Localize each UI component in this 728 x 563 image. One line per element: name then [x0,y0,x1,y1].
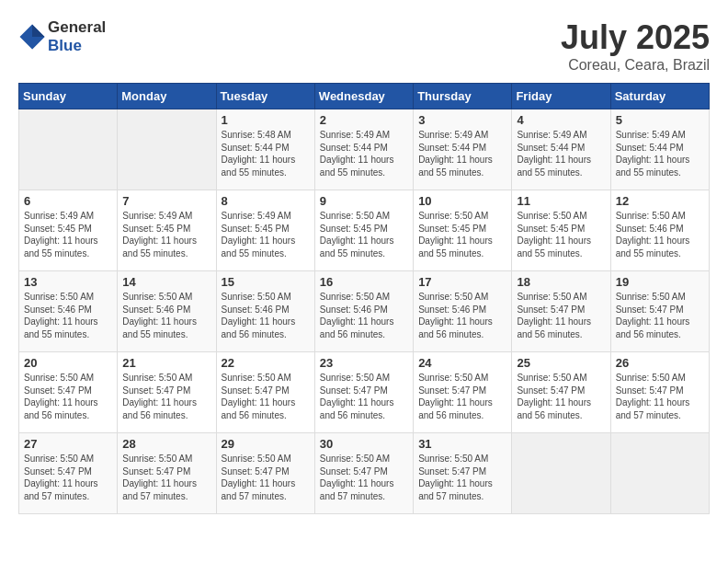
calendar-day-cell: 24Sunrise: 5:50 AMSunset: 5:47 PMDayligh… [414,352,512,433]
location-title: Coreau, Ceara, Brazil [561,57,710,74]
day-number: 6 [24,194,112,208]
day-info: Sunrise: 5:50 AMSunset: 5:46 PMDaylight:… [320,291,408,340]
day-info: Sunrise: 5:50 AMSunset: 5:47 PMDaylight:… [122,372,210,421]
calendar-day-cell: 15Sunrise: 5:50 AMSunset: 5:46 PMDayligh… [216,271,314,352]
calendar-day-cell: 9Sunrise: 5:50 AMSunset: 5:45 PMDaylight… [314,190,413,271]
weekday-header-saturday: Saturday [610,84,709,109]
calendar-day-cell: 12Sunrise: 5:50 AMSunset: 5:46 PMDayligh… [610,190,709,271]
calendar-day-cell: 5Sunrise: 5:49 AMSunset: 5:44 PMDaylight… [610,109,709,190]
calendar-day-cell: 21Sunrise: 5:50 AMSunset: 5:47 PMDayligh… [118,352,216,433]
title-block: July 2025 Coreau, Ceara, Brazil [561,18,710,74]
calendar-day-cell: 2Sunrise: 5:49 AMSunset: 5:44 PMDaylight… [314,109,413,190]
day-number: 21 [122,356,210,370]
day-number: 20 [24,356,112,370]
day-info: Sunrise: 5:50 AMSunset: 5:46 PMDaylight:… [418,291,506,340]
day-info: Sunrise: 5:50 AMSunset: 5:45 PMDaylight:… [418,210,506,259]
day-info: Sunrise: 5:50 AMSunset: 5:46 PMDaylight:… [616,210,704,259]
calendar-day-cell: 22Sunrise: 5:50 AMSunset: 5:47 PMDayligh… [216,352,314,433]
day-info: Sunrise: 5:50 AMSunset: 5:46 PMDaylight:… [222,291,310,340]
calendar-day-cell: 27Sunrise: 5:50 AMSunset: 5:47 PMDayligh… [19,433,118,514]
day-info: Sunrise: 5:50 AMSunset: 5:46 PMDaylight:… [122,291,210,340]
day-info: Sunrise: 5:49 AMSunset: 5:44 PMDaylight:… [517,129,605,178]
calendar-day-cell: 26Sunrise: 5:50 AMSunset: 5:47 PMDayligh… [610,352,709,433]
logo-icon [18,23,46,51]
calendar-day-cell: 3Sunrise: 5:49 AMSunset: 5:44 PMDaylight… [414,109,512,190]
day-number: 3 [418,113,506,127]
day-number: 17 [418,275,506,289]
day-number: 31 [418,437,506,451]
day-number: 14 [122,275,210,289]
calendar-day-cell: 1Sunrise: 5:48 AMSunset: 5:44 PMDaylight… [216,109,314,190]
day-number: 24 [418,356,506,370]
day-info: Sunrise: 5:49 AMSunset: 5:44 PMDaylight:… [616,129,704,178]
day-info: Sunrise: 5:49 AMSunset: 5:44 PMDaylight:… [320,129,408,178]
day-info: Sunrise: 5:50 AMSunset: 5:47 PMDaylight:… [616,372,704,421]
calendar-day-cell: 29Sunrise: 5:50 AMSunset: 5:47 PMDayligh… [216,433,314,514]
calendar-day-cell: 10Sunrise: 5:50 AMSunset: 5:45 PMDayligh… [414,190,512,271]
weekday-header-thursday: Thursday [414,84,512,109]
calendar-day-cell: 18Sunrise: 5:50 AMSunset: 5:47 PMDayligh… [512,271,610,352]
day-info: Sunrise: 5:50 AMSunset: 5:47 PMDaylight:… [24,453,112,502]
day-info: Sunrise: 5:49 AMSunset: 5:45 PMDaylight:… [122,210,210,259]
calendar-week-row: 27Sunrise: 5:50 AMSunset: 5:47 PMDayligh… [19,433,710,514]
day-info: Sunrise: 5:50 AMSunset: 5:47 PMDaylight:… [24,372,112,421]
weekday-header-tuesday: Tuesday [216,84,314,109]
calendar-day-cell: 14Sunrise: 5:50 AMSunset: 5:46 PMDayligh… [118,271,216,352]
calendar-day-cell: 13Sunrise: 5:50 AMSunset: 5:46 PMDayligh… [19,271,118,352]
day-number: 29 [222,437,310,451]
svg-marker-1 [32,25,45,38]
day-number: 15 [222,275,310,289]
calendar-day-cell: 11Sunrise: 5:50 AMSunset: 5:45 PMDayligh… [512,190,610,271]
month-title: July 2025 [561,18,710,57]
day-number: 12 [616,194,704,208]
day-info: Sunrise: 5:50 AMSunset: 5:47 PMDaylight:… [517,291,605,340]
calendar-table: SundayMondayTuesdayWednesdayThursdayFrid… [18,83,710,514]
calendar-day-cell: 19Sunrise: 5:50 AMSunset: 5:47 PMDayligh… [610,271,709,352]
day-number: 7 [122,194,210,208]
day-info: Sunrise: 5:50 AMSunset: 5:46 PMDaylight:… [24,291,112,340]
day-number: 22 [222,356,310,370]
day-info: Sunrise: 5:50 AMSunset: 5:47 PMDaylight:… [418,453,506,502]
logo: General Blue [18,18,106,55]
day-info: Sunrise: 5:50 AMSunset: 5:45 PMDaylight:… [517,210,605,259]
calendar-day-cell: 30Sunrise: 5:50 AMSunset: 5:47 PMDayligh… [314,433,413,514]
calendar-day-cell: 6Sunrise: 5:49 AMSunset: 5:45 PMDaylight… [19,190,118,271]
day-info: Sunrise: 5:49 AMSunset: 5:45 PMDaylight:… [222,210,310,259]
day-info: Sunrise: 5:50 AMSunset: 5:47 PMDaylight:… [222,372,310,421]
weekday-header-wednesday: Wednesday [314,84,413,109]
day-number: 10 [418,194,506,208]
day-number: 19 [616,275,704,289]
calendar-day-cell [610,433,709,514]
calendar-day-cell: 17Sunrise: 5:50 AMSunset: 5:46 PMDayligh… [414,271,512,352]
day-number: 4 [517,113,605,127]
weekday-header-monday: Monday [118,84,216,109]
day-number: 2 [320,113,408,127]
day-number: 11 [517,194,605,208]
calendar-day-cell: 4Sunrise: 5:49 AMSunset: 5:44 PMDaylight… [512,109,610,190]
calendar-week-row: 20Sunrise: 5:50 AMSunset: 5:47 PMDayligh… [19,352,710,433]
calendar-day-cell: 23Sunrise: 5:50 AMSunset: 5:47 PMDayligh… [314,352,413,433]
day-number: 28 [122,437,210,451]
calendar-day-cell: 16Sunrise: 5:50 AMSunset: 5:46 PMDayligh… [314,271,413,352]
calendar-week-row: 6Sunrise: 5:49 AMSunset: 5:45 PMDaylight… [19,190,710,271]
calendar-day-cell: 28Sunrise: 5:50 AMSunset: 5:47 PMDayligh… [118,433,216,514]
calendar-day-cell [19,109,118,190]
calendar-day-cell: 20Sunrise: 5:50 AMSunset: 5:47 PMDayligh… [19,352,118,433]
calendar-week-row: 13Sunrise: 5:50 AMSunset: 5:46 PMDayligh… [19,271,710,352]
svg-marker-2 [32,37,45,50]
day-info: Sunrise: 5:48 AMSunset: 5:44 PMDaylight:… [222,129,310,178]
day-info: Sunrise: 5:50 AMSunset: 5:47 PMDaylight:… [320,453,408,502]
day-info: Sunrise: 5:49 AMSunset: 5:45 PMDaylight:… [24,210,112,259]
day-info: Sunrise: 5:50 AMSunset: 5:47 PMDaylight:… [122,453,210,502]
weekday-header-friday: Friday [512,84,610,109]
day-info: Sunrise: 5:50 AMSunset: 5:47 PMDaylight:… [616,291,704,340]
calendar-day-cell [512,433,610,514]
day-number: 8 [222,194,310,208]
day-info: Sunrise: 5:50 AMSunset: 5:45 PMDaylight:… [320,210,408,259]
day-info: Sunrise: 5:50 AMSunset: 5:47 PMDaylight:… [320,372,408,421]
day-number: 1 [222,113,310,127]
calendar-day-cell: 8Sunrise: 5:49 AMSunset: 5:45 PMDaylight… [216,190,314,271]
calendar-day-cell: 25Sunrise: 5:50 AMSunset: 5:47 PMDayligh… [512,352,610,433]
logo-blue-text: Blue [48,37,82,54]
weekday-header-sunday: Sunday [19,84,118,109]
